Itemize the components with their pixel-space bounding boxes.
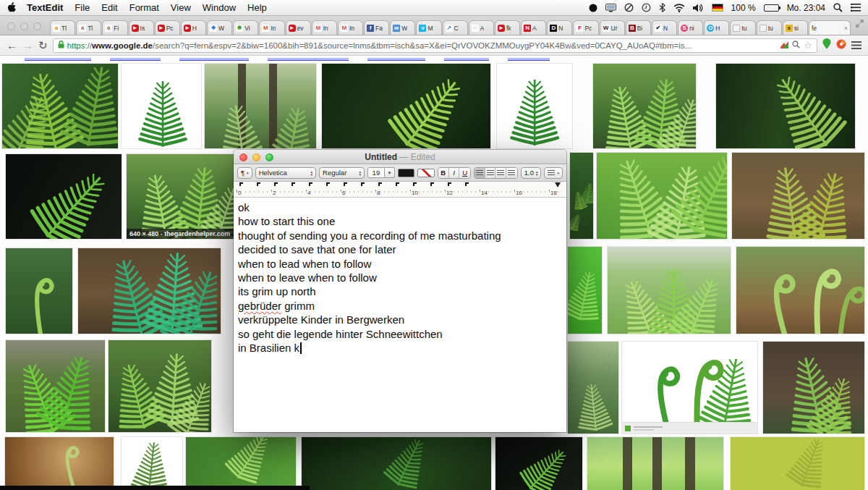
related-search-link[interactable] — [268, 58, 349, 61]
textedit-window[interactable]: Untitled — Edited ¶▾ Helvetica▴▾ Regular… — [234, 150, 566, 432]
bold-button[interactable]: B — [438, 168, 449, 178]
browser-tab-18[interactable]: NA — [521, 20, 546, 35]
image-result-21[interactable] — [763, 342, 864, 434]
menu-item-edit[interactable]: Edit — [101, 2, 117, 13]
time-machine-icon[interactable] — [642, 3, 651, 12]
keyboard-layout-flag-icon[interactable] — [712, 4, 723, 12]
browser-tab-24[interactable]: Sni — [678, 20, 703, 35]
location-pin-icon[interactable] — [822, 38, 831, 52]
related-search-link[interactable] — [444, 58, 489, 61]
textedit-title-bar[interactable]: Untitled — Edited — [234, 150, 566, 164]
related-search-link[interactable] — [25, 58, 91, 61]
font-size-control[interactable]: 19▼ — [367, 167, 395, 178]
image-result-3[interactable] — [322, 64, 490, 148]
image-result-25[interactable] — [302, 437, 491, 490]
browser-tab-27[interactable]: tu — [757, 20, 782, 35]
close-icon[interactable] — [239, 153, 247, 161]
extension-orange-icon[interactable] — [836, 39, 846, 52]
image-result-20[interactable] — [622, 342, 757, 434]
browser-tab-19[interactable]: DN — [547, 20, 572, 35]
image-result-12[interactable] — [6, 248, 72, 334]
tab-stop-marker[interactable] — [396, 182, 399, 186]
zoom-icon[interactable] — [265, 153, 273, 161]
tab-stop-marker[interactable] — [309, 182, 312, 186]
browser-tab-23[interactable]: ✔N — [652, 20, 677, 35]
paragraph-style-dropdown[interactable]: ¶▾ — [237, 167, 252, 179]
image-result-19[interactable] — [568, 342, 618, 434]
browser-tab-14[interactable]: vM — [416, 20, 441, 35]
volume-icon[interactable] — [693, 4, 704, 12]
image-result-16[interactable] — [736, 247, 864, 334]
line-spacing-stepper[interactable]: 1.0▴▾ — [521, 167, 542, 179]
align-justify-button[interactable] — [495, 168, 506, 178]
image-result-10[interactable] — [597, 153, 727, 239]
minimize-window-icon[interactable] — [20, 22, 28, 30]
related-search-link[interactable] — [179, 58, 249, 61]
browser-tab-20[interactable]: FPc — [573, 20, 598, 35]
image-result-11[interactable] — [732, 153, 864, 239]
browser-tab-9[interactable]: ►ev — [286, 20, 311, 35]
browser-tab-15[interactable]: ↗C — [443, 20, 468, 35]
forward-button[interactable]: → — [22, 40, 33, 51]
extension-icon[interactable] — [780, 41, 788, 50]
status-dot-icon[interactable] — [589, 4, 597, 12]
font-size-value[interactable]: 19 — [367, 167, 385, 178]
browser-tab-6[interactable]: ❖W — [207, 20, 232, 35]
font-style-dropdown[interactable]: Regular▴▾ — [319, 167, 365, 179]
tab-stop-marker[interactable] — [239, 182, 243, 186]
zoom-window-icon[interactable] — [33, 22, 41, 30]
browser-tab-17[interactable]: ►fk — [495, 20, 520, 35]
font-size-dropdown-icon[interactable]: ▼ — [385, 167, 395, 178]
image-result-28[interactable] — [731, 437, 864, 490]
image-result-13[interactable] — [78, 248, 221, 334]
menu-item-format[interactable]: Format — [129, 2, 159, 13]
browser-tab-13[interactable]: wW — [390, 20, 415, 35]
browser-window-controls[interactable] — [7, 22, 41, 30]
close-window-icon[interactable] — [7, 22, 15, 30]
background-color-well[interactable] — [417, 169, 435, 177]
back-button[interactable]: ← — [7, 40, 17, 51]
fullscreen-icon[interactable] — [856, 17, 864, 30]
zoom-page-icon[interactable] — [792, 41, 800, 50]
right-margin-marker[interactable] — [555, 182, 561, 187]
menu-clock[interactable]: Mo. 23:04 — [787, 3, 825, 13]
apple-menu-icon[interactable] — [7, 2, 17, 13]
image-result-18[interactable] — [109, 340, 211, 432]
textedit-ruler[interactable]: 024681012141618 — [234, 182, 566, 198]
related-search-link[interactable] — [508, 58, 550, 61]
browser-tab-2[interactable]: áFi — [102, 20, 127, 35]
menu-item-window[interactable]: Window — [203, 2, 236, 13]
image-result-6[interactable] — [716, 64, 855, 148]
tab-stop-marker[interactable] — [378, 182, 382, 186]
image-result-17[interactable] — [6, 340, 105, 432]
browser-tab-11[interactable]: MIn — [338, 20, 363, 35]
browser-tab-8[interactable]: MIn — [259, 20, 284, 35]
align-left-button[interactable] — [475, 168, 485, 178]
image-result-7[interactable] — [6, 154, 122, 239]
underline-button[interactable]: U — [459, 168, 470, 178]
font-family-dropdown[interactable]: Helvetica▴▾ — [255, 167, 316, 179]
text-color-well[interactable] — [398, 169, 415, 177]
image-result-8[interactable]: 640 × 480 - thegardenhelper.com — [127, 154, 237, 239]
spotlight-icon[interactable] — [833, 3, 843, 12]
browser-tab-active[interactable]: fe× — [809, 20, 851, 35]
related-search-link[interactable] — [367, 58, 425, 61]
align-center-button[interactable] — [485, 168, 496, 178]
tab-stop-marker[interactable] — [326, 182, 330, 186]
tab-stop-marker[interactable] — [413, 182, 417, 186]
browser-tab-5[interactable]: ►H — [181, 20, 206, 35]
image-result-26[interactable] — [495, 437, 582, 490]
tab-stop-marker[interactable] — [292, 182, 295, 186]
list-style-dropdown[interactable]: ▾ — [544, 167, 563, 179]
browser-tab-28[interactable]: ssi — [783, 20, 808, 35]
browser-tab-3[interactable]: ►Is — [129, 20, 154, 35]
image-result-22[interactable] — [5, 437, 114, 490]
tab-stop-marker[interactable] — [344, 182, 347, 186]
reload-button[interactable]: ↻ — [38, 40, 48, 51]
image-result-1[interactable] — [122, 64, 201, 148]
tab-stop-marker[interactable] — [361, 182, 365, 186]
dnd-icon[interactable] — [624, 3, 634, 12]
image-result-27[interactable] — [587, 437, 723, 490]
address-bar[interactable]: https://www.google.de/search?q=fern&espv… — [53, 38, 817, 53]
menu-app-name[interactable]: TextEdit — [27, 2, 63, 13]
